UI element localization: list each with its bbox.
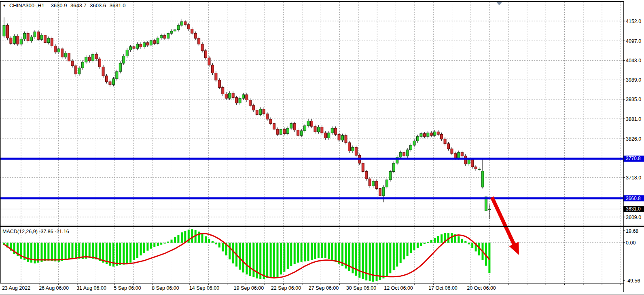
chart-shift-marker-icon[interactable] — [496, 2, 502, 5]
candle — [78, 68, 80, 74]
macd-histogram-bar — [270, 243, 272, 278]
axis-border — [623, 1, 624, 292]
candle — [341, 135, 344, 140]
candle — [57, 49, 60, 52]
macd-histogram-bar — [75, 243, 77, 258]
macd-histogram-bar — [171, 240, 173, 243]
candle — [430, 133, 432, 135]
arrow-shaft[interactable] — [492, 197, 515, 246]
candle — [416, 137, 419, 141]
candle — [102, 67, 104, 76]
time-axis-label: 14 Sep 06:00 — [189, 285, 219, 291]
candle — [34, 32, 36, 37]
window-bottom-edge — [0, 294, 644, 295]
macd-histogram-bar — [403, 243, 405, 259]
candle — [379, 188, 381, 196]
chart-canvas[interactable]: 3770.83660.83631.04152.04097.04043.03989… — [0, 0, 644, 295]
macd-histogram-bar — [471, 243, 473, 248]
trading-chart-window: 3770.83660.83631.04152.04097.04043.03989… — [0, 0, 644, 295]
panel-divider-top — [0, 225, 644, 225]
macd-histogram-bar — [205, 236, 207, 243]
macd-histogram-bar — [461, 239, 463, 243]
macd-histogram-bar — [78, 243, 80, 259]
candle — [317, 127, 320, 132]
candle — [68, 53, 70, 61]
candle — [225, 94, 227, 98]
candle — [242, 95, 245, 98]
price-axis-label: 3826.0 — [626, 136, 641, 142]
candle — [434, 132, 436, 135]
left-border — [0, 1, 1, 283]
macd-histogram-bar — [92, 243, 94, 259]
candle — [37, 32, 40, 40]
macd-axis-label: 19.68 — [626, 228, 638, 234]
macd-histogram-bar — [413, 243, 415, 251]
candle — [106, 76, 108, 82]
candle — [352, 148, 354, 151]
candle — [300, 131, 303, 136]
candle — [218, 80, 220, 87]
expander-icon[interactable]: ▼ — [2, 4, 6, 8]
macd-histogram-bar — [129, 243, 131, 263]
price-axis-label: 4152.0 — [626, 19, 641, 24]
macd-histogram-bar — [51, 243, 53, 261]
candle — [475, 167, 477, 169]
candle — [314, 126, 316, 132]
macd-histogram-bar — [324, 243, 326, 258]
macd-histogram-bar — [297, 243, 299, 263]
candle — [345, 135, 347, 143]
candle — [92, 54, 94, 61]
candle — [382, 187, 385, 196]
macd-histogram-bar — [72, 243, 74, 258]
candle — [249, 100, 251, 105]
time-axis-label: 26 Aug 06:00 — [39, 285, 69, 291]
macd-histogram-bar — [119, 243, 121, 265]
macd-histogram-bar — [464, 241, 466, 243]
macd-histogram-bar — [280, 243, 282, 275]
candle — [375, 181, 378, 189]
macd-histogram-bar — [208, 239, 210, 243]
candle — [324, 133, 326, 138]
candle — [198, 38, 200, 44]
candle — [297, 130, 299, 135]
candle — [246, 95, 248, 100]
macd-histogram — [3, 229, 491, 282]
candle — [283, 129, 286, 134]
macd-histogram-bar — [314, 243, 316, 259]
candle — [372, 181, 375, 186]
price-level-lines[interactable]: 3770.83660.8 — [0, 156, 644, 201]
candle — [20, 39, 22, 44]
time-axis-label: 17 Oct 06:00 — [428, 285, 458, 291]
macd-histogram-bar — [242, 243, 244, 273]
candle — [280, 129, 282, 135]
trend-arrow-annotation[interactable] — [492, 197, 519, 255]
candle — [191, 29, 193, 34]
macd-histogram-bar — [123, 243, 125, 265]
price-axis-label: 3989.0 — [626, 77, 641, 83]
candle — [140, 44, 142, 47]
macd-histogram-bar — [434, 238, 436, 243]
macd-histogram-bar — [61, 243, 63, 261]
macd-histogram-bar — [369, 243, 371, 281]
top-border — [0, 1, 624, 2]
macd-histogram-bar — [277, 243, 279, 277]
candle — [464, 156, 467, 164]
candle — [85, 57, 87, 62]
macd-histogram-bar — [116, 243, 118, 266]
macd-axis: 19.680.00-49.56 — [623, 228, 640, 284]
symbol-period-label: CHINA300-,H1 — [9, 2, 44, 8]
time-axis-label: 23 Aug 2022 — [2, 285, 30, 291]
macd-histogram-bar — [157, 243, 159, 246]
candle — [177, 25, 180, 30]
candle — [54, 46, 57, 52]
macd-histogram-bar — [232, 243, 234, 263]
macd-histogram-bar — [290, 243, 292, 266]
macd-histogram-bar — [287, 243, 289, 269]
candle — [211, 65, 214, 73]
candle — [399, 152, 402, 157]
macd-histogram-bar — [102, 243, 104, 263]
price-level-badge-label: 3770.8 — [626, 156, 641, 161]
candle — [47, 38, 50, 43]
candle — [413, 141, 415, 145]
ohlc-values-label: 3630.9 3643.7 3603.6 3631.0 — [51, 2, 126, 8]
